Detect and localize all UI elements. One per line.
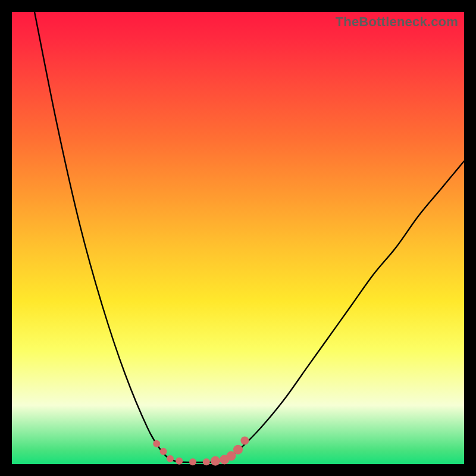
marker-dot [153,440,160,447]
marker-dot [240,436,249,444]
chart-frame: TheBottleneck.com [0,0,476,476]
plot-area: TheBottleneck.com [12,12,464,464]
marker-dot [203,458,210,465]
bottom-dots [153,436,249,465]
marker-dot [211,456,220,466]
marker-dot [160,448,167,455]
marker-dot [233,445,243,455]
curve-layer [12,12,464,464]
curve-right [224,161,464,460]
marker-dot [176,458,183,465]
marker-dot [189,458,196,465]
curve-left [35,12,170,459]
marker-dot [167,455,174,462]
